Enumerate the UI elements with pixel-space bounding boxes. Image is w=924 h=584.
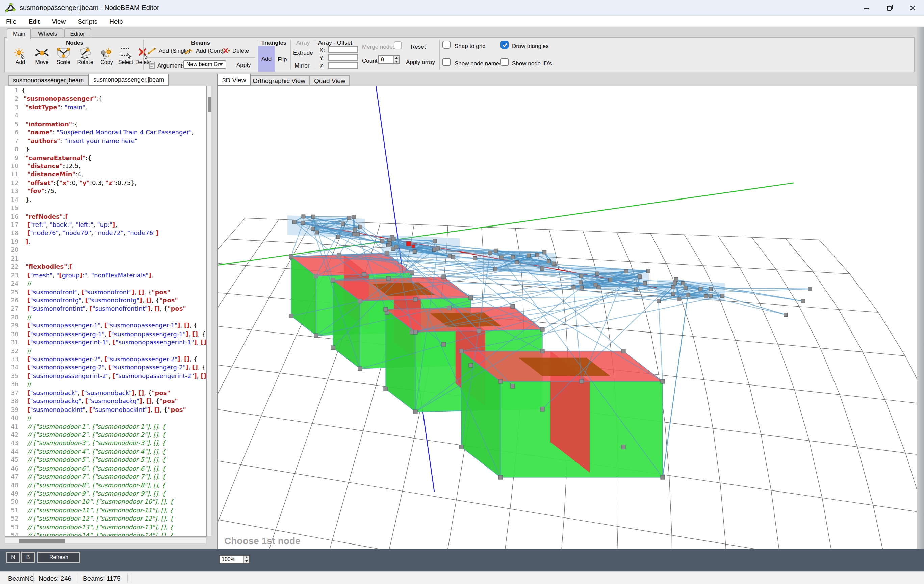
count-up-icon[interactable] — [394, 56, 399, 60]
node-scale-button[interactable]: Scale — [53, 46, 74, 66]
code-line[interactable]: 30 ["susmonopassengerg-1", ["susmonopass… — [5, 330, 206, 338]
beam-arguments-button[interactable]: Arguments — [148, 61, 185, 69]
viewport-3d[interactable]: Choose 1st node — [218, 86, 917, 550]
code-line[interactable]: 46 // ["susmonodoor-6", ["susmonodoor-6"… — [5, 464, 206, 472]
code-line[interactable]: 45 // ["susmonodoor-5", ["susmonodoor-5"… — [5, 456, 206, 464]
code-line[interactable]: 18 ["node76", "node79", "node72", "node7… — [5, 229, 206, 238]
scrollbar-thumb[interactable] — [208, 97, 211, 112]
code-line[interactable]: 9 "cameraExternal":{ — [5, 154, 206, 162]
code-line[interactable]: 8 } — [5, 145, 206, 154]
node-copy-button[interactable]: Copy — [97, 46, 117, 66]
code-line[interactable]: 12 "offset":{"x":0, "y":0.3, "z":0.75}, — [5, 179, 206, 188]
code-line[interactable]: 13 "fov":75, — [5, 188, 206, 196]
code-line[interactable]: 31 ["susmonopassengerint-1", ["susmonopa… — [5, 338, 206, 347]
code-line[interactable]: 39 ["susmonobackint", ["susmonobackint"]… — [5, 405, 206, 414]
code-line[interactable]: 21 — [5, 255, 206, 263]
code-line[interactable]: 43 // ["susmonodoor-3", ["susmonodoor-3"… — [5, 439, 206, 447]
code-line[interactable]: 48 // ["susmonodoor-8", ["susmonodoor-8"… — [5, 481, 206, 490]
zoom-control[interactable]: 100% — [219, 555, 250, 564]
refresh-button[interactable]: Refresh — [37, 551, 80, 563]
code-line[interactable]: 16 "refNodes":[ — [5, 212, 206, 221]
show-node-names-checkbox[interactable] — [442, 58, 450, 66]
code-line[interactable]: 50 // ["susmonodoor-10", ["susmonodoor-1… — [5, 498, 206, 507]
code-line[interactable]: 40 // — [5, 414, 206, 422]
editor-tab-1[interactable]: susmonopassenger.jbeam — [89, 74, 169, 86]
code-line[interactable]: 23 ["mesh", "[group]:", "nonFlexMaterial… — [5, 271, 206, 280]
code-line[interactable]: 24 // — [5, 280, 206, 288]
scene-canvas[interactable] — [218, 86, 917, 549]
code-line[interactable]: 34 ["susmonopassengerg-2", ["susmonopass… — [5, 364, 206, 372]
merge-nodes-checkbox[interactable] — [394, 41, 402, 49]
code-line[interactable]: 14 }, — [5, 196, 206, 204]
toggle-beams-button[interactable]: B — [21, 551, 35, 563]
draw-triangles-checkbox[interactable] — [500, 41, 508, 49]
code-line[interactable]: 19 ], — [5, 238, 206, 246]
offset-y-input[interactable] — [328, 54, 358, 61]
toggle-nodes-button[interactable]: N — [6, 551, 20, 563]
offset-z-input[interactable] — [328, 62, 358, 69]
beam-group-dropdown[interactable]: New beam Group : — [183, 60, 226, 69]
code-line[interactable]: 42 // ["susmonodoor-2", ["susmonodoor-2"… — [5, 431, 206, 439]
tab-orthographic-view[interactable]: Orthographic View — [248, 75, 310, 86]
code-line[interactable]: 4 — [5, 112, 206, 120]
code-line[interactable]: 6 "name": "Suspended Monorail Train 4 Ca… — [5, 128, 206, 137]
apply-array-button[interactable]: Apply array — [406, 59, 435, 66]
code-horizontal-scrollbar[interactable] — [5, 538, 207, 544]
close-button[interactable] — [901, 0, 924, 15]
code-line[interactable]: 26 ["susmonofrontg", ["susmonofrontg"], … — [5, 296, 206, 305]
reset-button[interactable]: Reset — [411, 43, 426, 50]
node-move-button[interactable]: Move — [32, 46, 52, 66]
show-node-ids-checkbox[interactable] — [500, 58, 508, 66]
code-line[interactable]: 36 // — [5, 380, 206, 389]
tab-quad-view[interactable]: Quad View — [309, 75, 350, 86]
code-line[interactable]: 7 "authors": "insert your name here" — [5, 137, 206, 145]
restore-button[interactable] — [878, 0, 901, 15]
tab-3d-view[interactable]: 3D View — [218, 74, 251, 86]
mirror-button[interactable]: Mirror — [294, 62, 309, 69]
code-line[interactable]: 32 // — [5, 347, 206, 355]
code-line[interactable]: 44 // ["susmonodoor-4", ["susmonodoor-4"… — [5, 447, 206, 456]
code-vertical-scrollbar[interactable] — [207, 86, 212, 537]
beam-apply-button[interactable]: Apply — [236, 61, 251, 68]
menu-edit[interactable]: Edit — [23, 15, 46, 26]
ribbon-tab-main[interactable]: Main — [7, 28, 31, 39]
minimize-button[interactable] — [855, 0, 878, 15]
triangle-flip-button[interactable]: Flip — [277, 56, 287, 63]
code-line[interactable]: 1{ — [5, 86, 206, 95]
code-line[interactable]: 15 — [5, 204, 206, 212]
snap-to-grid-checkbox[interactable] — [442, 41, 450, 49]
code-line[interactable]: 3 "slotType": "main", — [5, 103, 206, 112]
code-line[interactable]: 17 ["ref:", "back:", "left:", "up:"], — [5, 221, 206, 229]
count-down-icon[interactable] — [394, 60, 399, 64]
code-line[interactable]: 22 "flexbodies":[ — [5, 263, 206, 271]
code-line[interactable]: 52 // ["susmonodoor-12", ["susmonodoor-1… — [5, 515, 206, 523]
triangle-add-button[interactable]: Add — [258, 46, 275, 72]
menu-file[interactable]: File — [0, 15, 23, 26]
code-line[interactable]: 35 ["susmonopassengerint-2", ["susmonopa… — [5, 372, 206, 380]
zoom-down-icon[interactable] — [244, 559, 249, 563]
menu-view[interactable]: View — [46, 15, 72, 26]
beam-delete-button[interactable]: Delete — [221, 46, 249, 55]
node-add-button[interactable]: Add — [10, 46, 30, 66]
scrollbar-thumb[interactable] — [19, 539, 65, 543]
code-line[interactable]: 38 ["susmonobackg", ["susmonobackg"], []… — [5, 397, 206, 405]
code-line[interactable]: 11 "distanceMin":4, — [5, 171, 206, 179]
beam-add-cont-button[interactable]: Add (Cont) — [185, 46, 224, 55]
code-line[interactable]: 2 "susmonopassenger":{ — [5, 95, 206, 103]
code-line[interactable]: 49 // ["susmonodoor-9", ["susmonodoor-9"… — [5, 490, 206, 498]
menu-help[interactable]: Help — [103, 15, 129, 26]
offset-x-input[interactable] — [328, 46, 358, 53]
count-stepper[interactable]: 0 — [378, 55, 400, 64]
zoom-up-icon[interactable] — [244, 556, 249, 559]
code-editor[interactable]: 1{2 "susmonopassenger":{3 "slotType": "m… — [5, 86, 207, 537]
node-select-button[interactable]: Select — [116, 46, 136, 66]
code-line[interactable]: 54 // ["susmonodoor-14", ["susmonodoor-1… — [5, 531, 206, 537]
code-line[interactable]: 51 // ["susmonodoor-11", ["susmonodoor-1… — [5, 507, 206, 515]
code-line[interactable]: 27 ["susmonofrontint", ["susmonofrontint… — [5, 305, 206, 313]
code-line[interactable]: 53 // ["susmonodoor-13", ["susmonodoor-1… — [5, 523, 206, 532]
code-line[interactable]: 10 "distance":12.5, — [5, 162, 206, 171]
editor-tab-0[interactable]: susmonopassenger.jbeam — [8, 75, 89, 86]
code-line[interactable]: 29 ["susmonopassenger-1", ["susmonopasse… — [5, 322, 206, 330]
node-rotate-button[interactable]: Rotate — [75, 46, 95, 66]
code-line[interactable]: 37 ["susmonoback", ["susmonoback"], [], … — [5, 389, 206, 397]
